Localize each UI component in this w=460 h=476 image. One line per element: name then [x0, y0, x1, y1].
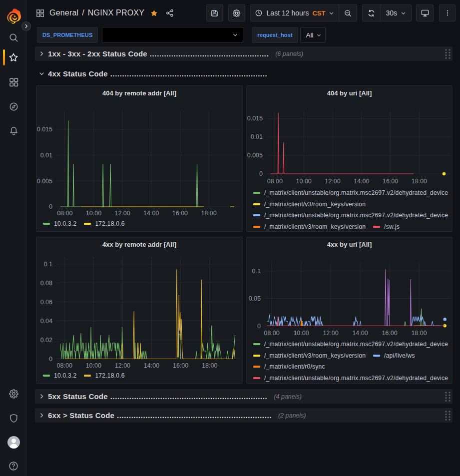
svg-text:0.06: 0.06 [40, 299, 52, 306]
legend-item[interactable]: 172.18.0.6 [84, 372, 124, 379]
save-icon [210, 9, 219, 17]
svg-text:18:00: 18:00 [201, 210, 216, 217]
breadcrumb-section[interactable]: General [49, 8, 78, 17]
time-range-button[interactable]: Last 12 hours CST [251, 5, 339, 21]
time-range-label: Last 12 hours [267, 9, 309, 17]
panel-legend: 10.0.3.2172.18.0.6 [43, 218, 241, 230]
explore-compass-icon[interactable] [0, 101, 27, 112]
svg-text:08:00: 08:00 [267, 178, 283, 185]
more-options-button[interactable] [439, 4, 456, 21]
legend-item[interactable]: /api/live/ws [373, 352, 415, 359]
svg-text:0.1: 0.1 [252, 268, 261, 275]
legend-series-name[interactable]: 10.0.3.2 [54, 220, 76, 227]
timeseries-chart[interactable]: 00.020.040.060.080.108:0010:0012:0014:00… [36, 237, 243, 384]
svg-text:08:00: 08:00 [57, 210, 72, 217]
svg-text:0.01: 0.01 [251, 133, 263, 140]
svg-text:12:00: 12:00 [323, 330, 338, 337]
starred-dashboards-icon[interactable] [0, 52, 27, 63]
alerting-bell-icon[interactable] [0, 125, 27, 136]
svg-text:16:00: 16:00 [173, 362, 188, 369]
legend-series-name[interactable]: /_matrix/client/v3/room_keys/version [264, 223, 366, 230]
row-panel-count: (4 panels) [274, 393, 302, 400]
svg-text:0.05: 0.05 [249, 295, 261, 302]
row-panel-count: (2 panels) [278, 412, 306, 419]
legend-series-name[interactable]: /_matrix/client/unstable/org.matrix.msc2… [264, 341, 448, 348]
timeseries-chart[interactable]: 00.0050.010.01508:0010:0012:0014:0016:00… [36, 86, 243, 232]
row-drag-handle[interactable] [445, 49, 451, 61]
legend-series-color [253, 226, 260, 228]
dashboards-grid-icon[interactable] [0, 76, 27, 87]
row-title-dots: ........................................… [117, 411, 272, 420]
share-icon[interactable] [165, 8, 174, 17]
user-avatar[interactable] [0, 436, 27, 449]
legend-series-name[interactable]: /_matrix/client/v3/room_keys/version [264, 201, 366, 208]
svg-text:16:00: 16:00 [172, 210, 188, 217]
row-5xx[interactable]: 5xx Status Code ........................… [35, 389, 453, 404]
legend-row: 10.0.3.2172.18.0.6 [43, 370, 241, 382]
refresh-button[interactable] [363, 5, 380, 21]
legend-series-name[interactable]: 172.18.0.6 [95, 220, 124, 227]
legend-series-name[interactable]: /_matrix/client/unstable/org.matrix.msc2… [264, 375, 448, 382]
legend-series-color [253, 343, 260, 345]
legend-series-name[interactable]: /_matrix/client/unstable/org.matrix.msc2… [264, 189, 448, 196]
legend-item[interactable]: 10.0.3.2 [43, 220, 76, 227]
refresh-icon [367, 9, 376, 17]
legend-item[interactable]: /sw.js [373, 223, 400, 230]
legend-series-name[interactable]: /api/live/ws [384, 352, 415, 359]
server-admin-shield-icon[interactable] [0, 413, 27, 424]
legend-row: /_matrix/client/unstable/org.matrix.msc2… [253, 339, 451, 350]
svg-text:18:00: 18:00 [412, 178, 427, 185]
refresh-picker: 30s [362, 4, 412, 21]
row-6xx[interactable]: 6xx > Status Code ......................… [35, 408, 453, 423]
expand-sidebar-button[interactable] [21, 21, 31, 31]
legend-item[interactable]: /_matrix/client/v3/room_keys/version [253, 201, 366, 208]
svg-text:0.005: 0.005 [37, 178, 52, 185]
help-icon[interactable] [0, 461, 27, 472]
legend-series-name[interactable]: /_matrix/client/r0/sync [264, 363, 325, 370]
svg-text:10:00: 10:00 [86, 362, 101, 369]
svg-text:0: 0 [257, 323, 261, 330]
tv-icon [421, 8, 430, 17]
settings-gear-icon[interactable] [0, 388, 27, 399]
svg-text:18:00: 18:00 [202, 362, 217, 369]
breadcrumb: General / NGINX PROXY [35, 8, 174, 18]
legend-series-color [373, 226, 380, 228]
svg-text:0.015: 0.015 [247, 115, 263, 122]
legend-series-name[interactable]: /sw.js [384, 223, 400, 230]
legend-item[interactable]: 10.0.3.2 [43, 372, 76, 379]
cycle-view-mode-button[interactable] [416, 4, 434, 21]
svg-text:0.08: 0.08 [40, 280, 52, 287]
svg-text:08:00: 08:00 [264, 330, 279, 337]
legend-series-name[interactable]: 10.0.3.2 [54, 372, 76, 379]
row-drag-handle[interactable] [445, 392, 451, 404]
legend-series-color [253, 366, 260, 368]
variable-value-ds-prometheus[interactable] [102, 27, 243, 43]
row-4xx[interactable]: 4xx Status Code ........................… [35, 66, 453, 81]
legend-item[interactable]: /_matrix/client/unstable/org.matrix.msc2… [253, 212, 448, 219]
save-dashboard-button[interactable] [206, 4, 223, 21]
variable-value-request-host[interactable]: All [300, 27, 326, 43]
legend-item[interactable]: /_matrix/client/unstable/org.matrix.msc2… [253, 375, 448, 382]
legend-item[interactable]: /_matrix/client/v3/room_keys/version [253, 223, 366, 230]
svg-text:18:00: 18:00 [411, 330, 427, 337]
row-1xx-3xx-2xx[interactable]: 1xx - 3xx - 2xx Status Code ............… [35, 46, 453, 61]
search-icon[interactable] [0, 32, 27, 43]
sidebar [0, 0, 27, 476]
variable-label-request-host: request_host [252, 27, 298, 43]
dashboard-settings-button[interactable] [228, 4, 245, 21]
kebab-menu-icon [444, 9, 452, 17]
legend-series-name[interactable]: /_matrix/client/unstable/org.matrix.msc2… [264, 212, 448, 219]
legend-series-name[interactable]: 172.18.0.6 [95, 372, 124, 379]
legend-item[interactable]: /_matrix/client/v3/room_keys/version [253, 352, 366, 359]
clock-icon [255, 9, 263, 17]
legend-series-name[interactable]: /_matrix/client/v3/room_keys/version [264, 352, 366, 359]
legend-item[interactable]: /_matrix/client/unstable/org.matrix.msc2… [253, 341, 448, 348]
favorite-star-icon[interactable] [150, 9, 158, 17]
refresh-interval-button[interactable]: 30s [381, 5, 411, 21]
page-title[interactable]: NGINX PROXY [88, 8, 144, 17]
row-drag-handle[interactable] [445, 411, 451, 423]
legend-item[interactable]: /_matrix/client/unstable/org.matrix.msc2… [253, 189, 448, 196]
zoom-out-button[interactable] [339, 5, 357, 21]
legend-item[interactable]: /_matrix/client/r0/sync [253, 363, 325, 370]
legend-item[interactable]: 172.18.0.6 [84, 220, 124, 227]
